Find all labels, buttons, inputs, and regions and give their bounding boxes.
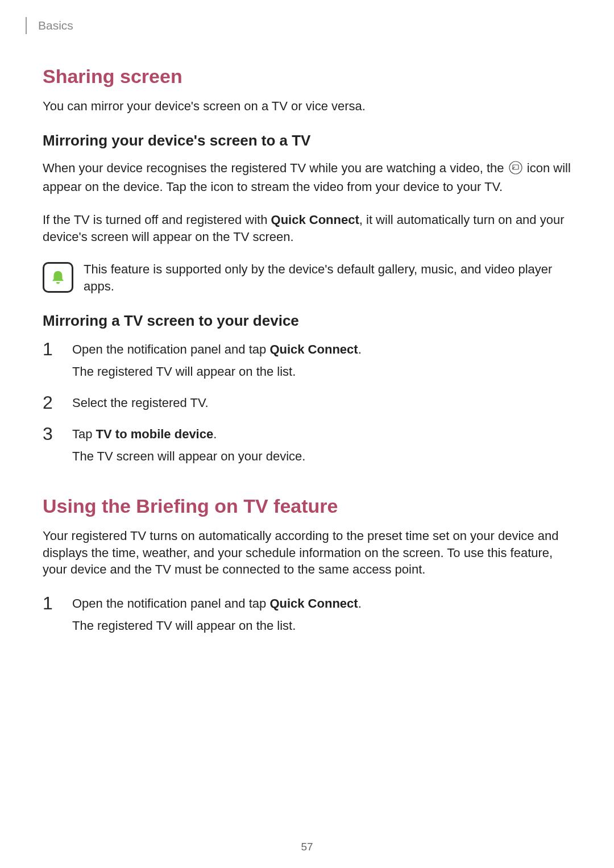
cast-icon bbox=[509, 161, 522, 179]
step-item: 1 Open the notification panel and tap Qu… bbox=[43, 340, 571, 381]
note-text: This feature is supported only by the de… bbox=[84, 261, 571, 294]
step-subtext: The TV screen will appear on your device… bbox=[72, 447, 305, 466]
step-text: Open the notification panel and tap bbox=[72, 596, 269, 610]
page-number: 57 bbox=[0, 841, 614, 853]
section-heading-briefing: Using the Briefing on TV feature bbox=[43, 495, 571, 517]
bold-quick-connect: Quick Connect bbox=[271, 213, 359, 227]
step-text: Open the notification panel and tap bbox=[72, 342, 269, 356]
breadcrumb: Basics bbox=[38, 19, 73, 32]
section-heading-sharing: Sharing screen bbox=[43, 65, 571, 88]
step-body: Select the registered TV. bbox=[72, 393, 209, 412]
paragraph-device-to-tv-1: When your device recognises the register… bbox=[43, 160, 571, 196]
intro-paragraph: You can mirror your device's screen on a… bbox=[43, 98, 571, 115]
step-bold: Quick Connect bbox=[269, 596, 358, 610]
step-text: Tap bbox=[72, 427, 96, 441]
subheading-tv-to-device: Mirroring a TV screen to your device bbox=[43, 312, 571, 330]
para-text: If the TV is turned off and registered w… bbox=[43, 213, 271, 227]
step-number: 1 bbox=[43, 594, 62, 612]
header-tick bbox=[26, 17, 27, 34]
bell-icon bbox=[49, 269, 67, 286]
step-number: 2 bbox=[43, 393, 62, 412]
paragraph-device-to-tv-2: If the TV is turned off and registered w… bbox=[43, 211, 571, 245]
step-item: 2 Select the registered TV. bbox=[43, 393, 571, 412]
step-text: . bbox=[358, 596, 362, 610]
step-body: Open the notification panel and tap Quic… bbox=[72, 340, 362, 381]
step-subtext: The registered TV will appear on the lis… bbox=[72, 362, 362, 381]
page-content: Basics Sharing screen You can mirror you… bbox=[0, 0, 614, 635]
para-text: When your device recognises the register… bbox=[43, 161, 508, 175]
step-number: 1 bbox=[43, 340, 62, 358]
svg-point-0 bbox=[509, 161, 522, 174]
note-callout: This feature is supported only by the de… bbox=[43, 261, 571, 294]
step-text: . bbox=[213, 427, 217, 441]
step-item: 3 Tap TV to mobile device. The TV screen… bbox=[43, 425, 571, 466]
step-number: 3 bbox=[43, 425, 62, 443]
briefing-intro: Your registered TV turns on automaticall… bbox=[43, 528, 571, 578]
header-row: Basics bbox=[26, 17, 571, 34]
step-subtext: The registered TV will appear on the lis… bbox=[72, 616, 362, 635]
step-body: Open the notification panel and tap Quic… bbox=[72, 594, 362, 635]
step-text: . bbox=[358, 342, 362, 356]
note-icon-box bbox=[43, 262, 73, 293]
step-item: 1 Open the notification panel and tap Qu… bbox=[43, 594, 571, 635]
step-bold: Quick Connect bbox=[269, 342, 358, 356]
step-bold: TV to mobile device bbox=[96, 427, 214, 441]
step-body: Tap TV to mobile device. The TV screen w… bbox=[72, 425, 305, 466]
subheading-device-to-tv: Mirroring your device's screen to a TV bbox=[43, 132, 571, 149]
step-text: Select the registered TV. bbox=[72, 396, 209, 410]
